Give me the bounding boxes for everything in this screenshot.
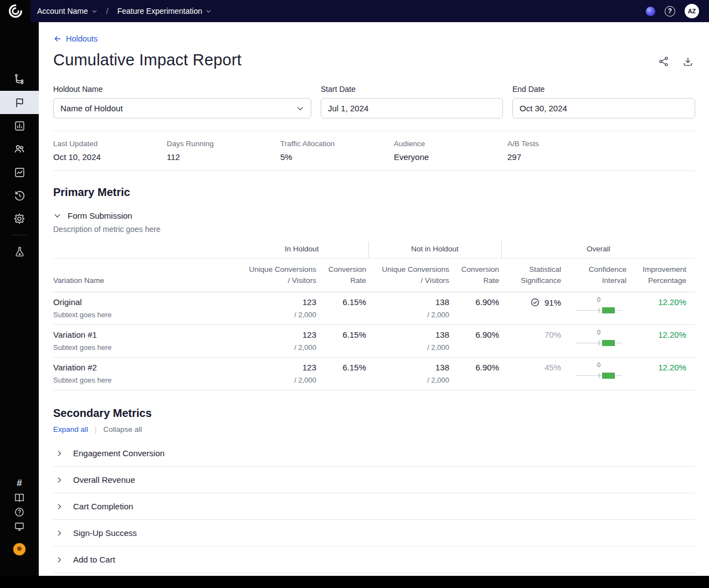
variation-subtext: Subtext goes here [53, 376, 233, 384]
arrow-left-icon [53, 34, 62, 43]
out-rate-cell: 6.90% [451, 325, 501, 358]
sidebar-item-desktop[interactable] [0, 519, 39, 534]
sidebar-item-reports[interactable] [0, 114, 39, 137]
history-icon [14, 190, 25, 202]
sidebar-item-labs[interactable] [0, 240, 39, 263]
stat-label: A/B Tests [507, 140, 621, 148]
sidebar-item-metrics[interactable] [0, 161, 39, 184]
confidence-interval-chart: 0 [576, 297, 622, 316]
stat-value: Oct 10, 2024 [53, 152, 167, 162]
out-conversions-cell: 138 / 2,000 [368, 292, 451, 325]
col-unique-conversions-out: Unique Conversions / Visitors [368, 259, 451, 292]
significance-cell: 45% [501, 358, 563, 390]
col-conversion-rate-out: Conversion Rate [451, 259, 501, 292]
confidence-interval-chart: 0 [576, 330, 622, 349]
in-rate-cell: 6.15% [318, 325, 368, 358]
table-row[interactable]: Original Subtext goes here 123 / 2,000 6… [53, 292, 695, 325]
chevron-down-icon [91, 8, 97, 14]
visitors-value: / 2,000 [235, 311, 316, 319]
visitors-value: / 2,000 [368, 343, 449, 352]
flag-icon [14, 97, 25, 109]
significance-value: 91% [544, 298, 561, 307]
app-logo[interactable] [0, 0, 30, 22]
table-row[interactable]: Variation #2 Subtext goes here 123 / 2,0… [53, 358, 695, 390]
workspace-avatar[interactable] [0, 538, 39, 560]
primary-metric-heading: Primary Metric [53, 186, 695, 199]
title-actions [657, 51, 695, 68]
ci-zero-label: 0 [597, 296, 600, 303]
variation-subtext: Subtext goes here [53, 311, 233, 319]
account-menu[interactable]: Account Name [37, 7, 97, 16]
monitor-icon [14, 521, 25, 532]
out-conversions-cell: 138 / 2,000 [368, 325, 451, 358]
significance-value: 45% [544, 363, 561, 372]
help-icon[interactable]: ? [665, 6, 675, 17]
start-date-label: Start Date [321, 85, 503, 94]
stat-label: Last Updated [53, 140, 167, 148]
share-button[interactable] [657, 55, 670, 68]
left-sidebar: # [0, 22, 39, 576]
stat-value: 5% [280, 152, 394, 162]
expand-all-link[interactable]: Expand all [53, 425, 88, 434]
back-to-holdouts-link[interactable]: Holdouts [53, 34, 97, 43]
sidebar-item-flags[interactable] [0, 91, 39, 114]
secondary-metric-label: Add to Cart [73, 555, 115, 564]
variation-name: Variation #1 [53, 330, 233, 339]
flask-icon [14, 246, 25, 257]
top-bar: Account Name / Feature Experimentation ?… [0, 0, 709, 22]
ci-bar [602, 307, 615, 313]
col-conversion-rate-in: Conversion Rate [318, 259, 368, 292]
user-avatar[interactable]: AZ [685, 4, 699, 18]
secondary-metric-label: Overall Revenue [73, 475, 135, 484]
secondary-metric-engagement-conversion[interactable]: Engagement Conversion [53, 440, 695, 467]
start-date-input[interactable] [321, 98, 503, 118]
stat-days-running: Days Running 112 [167, 140, 280, 162]
stat-label: Days Running [167, 140, 280, 148]
metric-disclosure[interactable]: Form Submission [53, 211, 695, 220]
title-row: Cumulative Impact Report [53, 51, 695, 69]
variation-cell: Original Subtext goes here [53, 292, 235, 325]
sidebar-item-audiences[interactable] [0, 137, 39, 161]
stat-last-updated: Last Updated Oct 10, 2024 [53, 140, 167, 162]
download-button[interactable] [682, 55, 694, 68]
sidebar-item-settings[interactable] [0, 207, 39, 230]
bottom-bar [0, 576, 709, 588]
topbar-actions: ? AZ [646, 4, 709, 18]
secondary-metric-cart-completion[interactable]: Cart Completion [53, 493, 695, 520]
holdout-name-select[interactable]: Name of Holdout [53, 98, 311, 118]
secondary-metric-label: Sign-Up Success [73, 528, 137, 538]
secondary-metric-label: Cart Completion [73, 502, 133, 511]
confidence-interval-cell: 0 [563, 292, 629, 325]
conversions-value: 123 [235, 363, 316, 372]
secondary-metric-add-to-cart[interactable]: Add to Cart [53, 546, 695, 573]
variation-cell: Variation #1 Subtext goes here [53, 325, 235, 358]
main-content: Holdouts Cumulative Impact Report Holdou… [39, 22, 709, 576]
check-circle-icon [530, 297, 540, 307]
sidebar-item-help[interactable] [0, 505, 39, 519]
product-menu[interactable]: Feature Experimentation [117, 7, 212, 16]
sidebar-item-flows[interactable] [0, 68, 39, 91]
conversions-value: 138 [368, 297, 449, 307]
confidence-interval-chart: 0 [576, 363, 622, 381]
sidebar-item-docs[interactable] [0, 491, 39, 505]
assistant-orb-icon[interactable] [646, 7, 655, 16]
conversions-value: 123 [235, 330, 316, 339]
chevron-down-icon [296, 105, 304, 112]
variation-cell: Variation #2 Subtext goes here [53, 358, 235, 390]
holdout-name-field: Holdout Name Name of Holdout [53, 85, 311, 118]
out-conversions-cell: 138 / 2,000 [368, 358, 451, 390]
chevron-down-icon [53, 212, 61, 220]
secondary-metric-overall-revenue[interactable]: Overall Revenue [53, 467, 695, 493]
page-title: Cumulative Impact Report [53, 51, 242, 69]
sidebar-item-shortcuts[interactable]: # [0, 476, 39, 491]
visitors-value: / 2,000 [235, 343, 316, 352]
flow-icon [13, 73, 25, 85]
sidebar-spacer [0, 263, 39, 476]
sidebar-item-history[interactable] [0, 184, 39, 207]
stat-value: 297 [507, 152, 621, 162]
end-date-input[interactable] [512, 98, 695, 118]
out-rate-cell: 6.90% [451, 292, 501, 325]
collapse-all-link[interactable]: Collapse all [104, 425, 142, 434]
secondary-metric-signup-success[interactable]: Sign-Up Success [53, 520, 695, 546]
table-row[interactable]: Variation #1 Subtext goes here 123 / 2,0… [53, 325, 695, 358]
